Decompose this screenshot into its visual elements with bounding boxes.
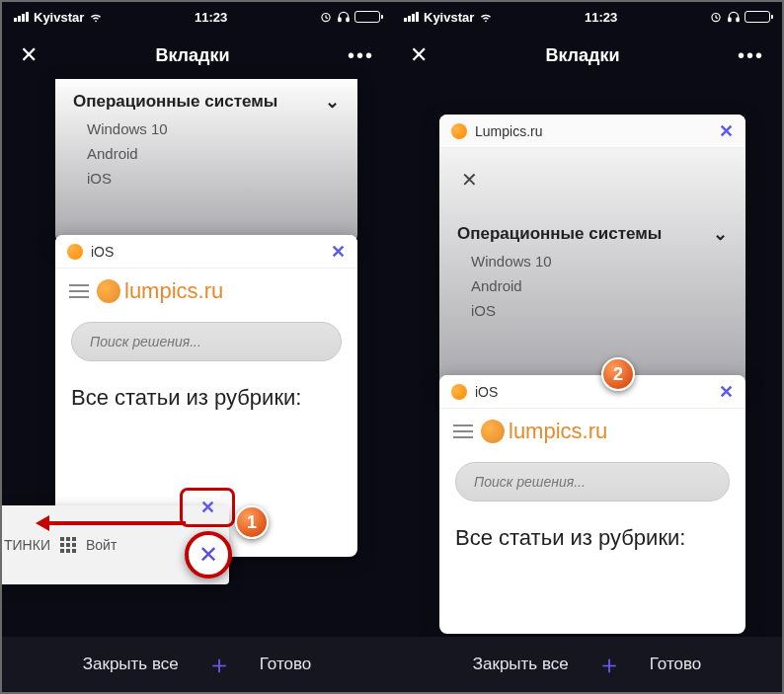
tab-fragment-label: ТИНКИ <box>4 537 50 553</box>
article-heading: Все статьи из рубрики: <box>55 377 357 419</box>
clock: 11:23 <box>195 10 227 25</box>
signal-icon <box>404 12 419 22</box>
menu-header: Операционные системы <box>73 92 277 112</box>
tab-card-background[interactable]: Операционные системы⌄ Windows 10 Android… <box>55 79 357 243</box>
search-input[interactable]: Поиск решения... <box>455 462 730 501</box>
menu-item[interactable]: Windows 10 <box>439 249 745 273</box>
menu-item[interactable]: iOS <box>439 298 745 323</box>
annotation-badge-2: 2 <box>601 357 635 391</box>
bottom-toolbar: Закрыть все ＋ Готово <box>2 637 392 692</box>
annotation-badge-1: 1 <box>235 505 269 539</box>
annotation-highlight-close: ✕ <box>180 488 235 527</box>
clock: 11:23 <box>585 10 617 25</box>
headphones-icon <box>337 10 351 24</box>
status-bar: Kyivstar 11:23 <box>2 2 392 32</box>
login-fragment[interactable]: Войт <box>86 537 117 553</box>
menu-item[interactable]: iOS <box>55 166 357 191</box>
tab-card-ios[interactable]: iOS ✕ lumpics.ru Поиск решения... Все ст… <box>439 375 745 634</box>
alarm-icon <box>319 10 333 24</box>
wifi-icon <box>479 10 493 24</box>
menu-header: Операционные системы <box>457 224 662 244</box>
close-all-button[interactable]: Закрыть все <box>83 655 179 674</box>
menu-item[interactable]: Windows 10 <box>55 116 357 141</box>
hamburger-icon[interactable] <box>453 424 473 438</box>
navbar-title: Вкладки <box>155 45 229 66</box>
done-button[interactable]: Готово <box>650 655 702 674</box>
phone-screenshot-right: Kyivstar 11:23 ✕ Вкладки ••• Lumpics.ru … <box>392 2 782 692</box>
tab-title: iOS <box>475 384 498 400</box>
svg-rect-2 <box>347 18 349 22</box>
close-tabs-button[interactable]: ✕ <box>20 42 38 68</box>
svg-rect-1 <box>339 18 341 22</box>
grid-icon[interactable] <box>60 537 76 553</box>
page-close-icon[interactable]: ✕ <box>453 164 485 195</box>
search-input[interactable]: Поиск решения... <box>71 322 342 361</box>
favicon-icon <box>451 123 467 139</box>
tab-card-lumpics[interactable]: Lumpics.ru ✕ ✕ Операционные системы⌄ Win… <box>439 115 745 387</box>
close-tab-fab[interactable]: ✕ <box>185 531 232 578</box>
menu-item[interactable]: Android <box>439 273 745 298</box>
signal-icon <box>14 12 29 22</box>
carrier-label: Kyivstar <box>34 10 84 25</box>
tab-title: Lumpics.ru <box>475 123 542 139</box>
site-logo[interactable]: lumpics.ru <box>481 419 607 444</box>
battery-icon <box>745 11 770 23</box>
done-button[interactable]: Готово <box>260 655 312 674</box>
tab-close-button[interactable]: ✕ <box>719 381 734 403</box>
more-button[interactable]: ••• <box>348 44 374 67</box>
hamburger-icon[interactable] <box>69 284 89 298</box>
tab-title: iOS <box>91 244 114 260</box>
phone-screenshot-left: Kyivstar 11:23 ✕ Вкладки ••• Операционны… <box>2 2 392 692</box>
carrier-label: Kyivstar <box>424 10 474 25</box>
wifi-icon <box>89 10 103 24</box>
battery-icon <box>354 11 380 23</box>
svg-rect-5 <box>737 18 739 22</box>
browser-navbar: ✕ Вкладки ••• <box>2 32 392 79</box>
browser-navbar: ✕ Вкладки ••• <box>392 32 782 79</box>
navbar-title: Вкладки <box>545 45 619 66</box>
tab-close-button[interactable]: ✕ <box>331 241 346 263</box>
article-heading: Все статьи из рубрики: <box>439 517 745 559</box>
favicon-icon <box>67 244 83 260</box>
site-logo[interactable]: lumpics.ru <box>97 278 223 304</box>
favicon-icon <box>451 384 467 400</box>
tab-close-button[interactable]: ✕ <box>719 120 734 142</box>
svg-rect-4 <box>729 18 731 22</box>
chevron-down-icon[interactable]: ⌄ <box>713 223 728 245</box>
bottom-toolbar: Закрыть все ＋ Готово <box>392 637 782 692</box>
chevron-down-icon[interactable]: ⌄ <box>325 91 340 113</box>
status-bar: Kyivstar 11:23 <box>392 2 782 32</box>
alarm-icon <box>709 10 723 24</box>
close-tabs-button[interactable]: ✕ <box>410 42 428 68</box>
more-button[interactable]: ••• <box>738 44 764 67</box>
new-tab-button[interactable]: ＋ <box>596 648 622 682</box>
headphones-icon <box>727 10 741 24</box>
new-tab-button[interactable]: ＋ <box>206 648 232 682</box>
swipe-arrow-annotation <box>47 521 186 525</box>
close-all-button[interactable]: Закрыть все <box>473 655 569 674</box>
menu-item[interactable]: Android <box>55 141 357 166</box>
